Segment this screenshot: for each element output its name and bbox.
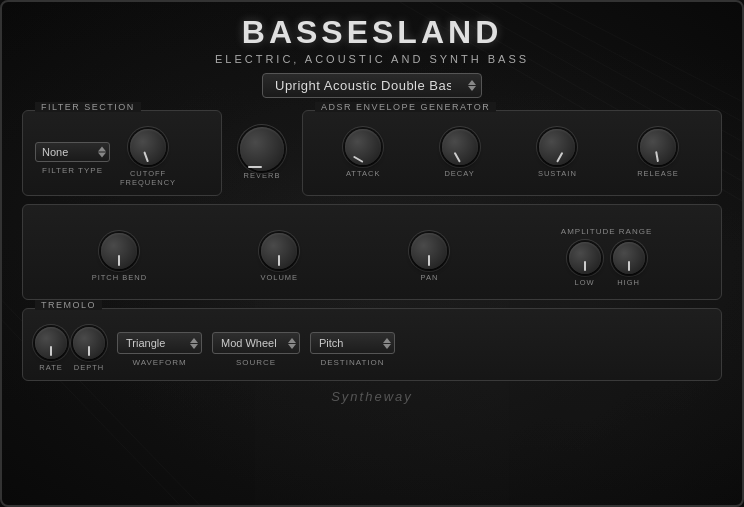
release-knob[interactable] [640, 129, 676, 165]
volume-knob[interactable] [261, 233, 297, 269]
app-title: BASSESLAND [22, 14, 722, 51]
instrument-select-wrapper: Upright Acoustic Double Bass [262, 73, 482, 98]
sustain-knob[interactable] [539, 129, 575, 165]
tremolo-section-panel: Tremolo Rate Depth [22, 308, 722, 381]
filter-type-arrows [98, 146, 106, 157]
rate-knob-wrapper: Rate [35, 327, 67, 372]
tremolo-inner: Rate Depth Triangle [35, 327, 709, 372]
amplitude-knobs: Low High [569, 242, 645, 287]
destination-label: Destination [320, 358, 384, 367]
release-knob-wrapper: Release [637, 129, 679, 178]
pitch-bend-knob-wrapper: Pitch Bend [92, 233, 147, 282]
amplitude-low-knob-wrapper: Low [569, 242, 601, 287]
cutoff-knob[interactable] [130, 129, 166, 165]
app-header: BASSESLAND Electric, Acoustic and Synth … [22, 14, 722, 65]
amplitude-low-knob[interactable] [569, 242, 601, 274]
amplitude-high-knob[interactable] [613, 242, 645, 274]
decay-label: Decay [444, 169, 474, 178]
filter-section-label: Filter Section [35, 102, 141, 112]
sections-row: Filter Section None Filter Type [22, 110, 722, 196]
waveform-dropdown-wrapper: Triangle [117, 332, 202, 354]
source-arrows [288, 338, 296, 349]
destination-dropdown-wrapper: Pitch [310, 332, 395, 354]
reverb-area: Reverb [232, 110, 292, 196]
destination-arrow-down[interactable] [383, 344, 391, 349]
footer-brand: Syntheway [22, 389, 722, 404]
filter-arrow-down[interactable] [98, 152, 106, 157]
filter-select-box: None [35, 142, 110, 162]
waveform-arrow-down[interactable] [190, 344, 198, 349]
waveform-group: Triangle Waveform [117, 332, 202, 367]
amplitude-range-label: Amplitude Range [561, 227, 652, 236]
plugin-container: BASSESLAND Electric, Acoustic and Synth … [0, 0, 744, 507]
instrument-arrow-up[interactable] [468, 80, 476, 85]
instrument-select[interactable]: Upright Acoustic Double Bass [262, 73, 482, 98]
instrument-arrows [468, 80, 476, 91]
waveform-arrows [190, 338, 198, 349]
filter-section-panel: Filter Section None Filter Type [22, 110, 222, 196]
filter-arrow-up[interactable] [98, 146, 106, 151]
middle-panel: Pitch Bend Volume Pan Amplitude Range [22, 204, 722, 300]
pitch-bend-label: Pitch Bend [92, 273, 147, 282]
source-arrow-up[interactable] [288, 338, 296, 343]
source-label: Source [236, 358, 276, 367]
attack-label: Attack [346, 169, 380, 178]
tremolo-knobs: Rate Depth [35, 327, 105, 372]
amplitude-high-knob-wrapper: High [613, 242, 645, 287]
rate-label: Rate [39, 363, 62, 372]
destination-arrow-up[interactable] [383, 338, 391, 343]
footer: Syntheway [22, 389, 722, 404]
source-dropdown-wrapper: Mod Wheel [212, 332, 300, 354]
volume-label: Volume [260, 273, 298, 282]
middle-inner: Pitch Bend Volume Pan Amplitude Range [35, 223, 709, 291]
depth-label: Depth [74, 363, 104, 372]
waveform-label: Waveform [132, 358, 186, 367]
pan-knob-wrapper: Pan [411, 233, 447, 282]
filter-type-wrapper: None Filter Type [35, 142, 110, 175]
depth-knob-wrapper: Depth [73, 327, 105, 372]
instrument-arrow-down[interactable] [468, 86, 476, 91]
sustain-knob-wrapper: Sustain [538, 129, 577, 178]
rate-knob[interactable] [35, 327, 67, 359]
reverb-label: Reverb [244, 171, 281, 180]
amplitude-range-group: Amplitude Range Low High [561, 227, 652, 287]
attack-knob[interactable] [345, 129, 381, 165]
cutoff-label: CutoffFrequency [120, 169, 176, 187]
decay-knob-wrapper: Decay [442, 129, 478, 178]
source-group: Mod Wheel Source [212, 332, 300, 367]
volume-knob-wrapper: Volume [260, 233, 298, 282]
adsr-section-label: ADSR Envelope Generator [315, 102, 496, 112]
cutoff-knob-wrapper: CutoffFrequency [120, 129, 176, 187]
destination-arrows [383, 338, 391, 349]
amplitude-low-label: Low [575, 278, 595, 287]
release-label: Release [637, 169, 679, 178]
filter-type-label: Filter Type [42, 166, 103, 175]
app-subtitle: Electric, Acoustic and Synth Bass [22, 53, 722, 65]
sustain-label: Sustain [538, 169, 577, 178]
filter-inner: None Filter Type CutoffFrequency [35, 129, 209, 187]
instrument-selector: Upright Acoustic Double Bass [22, 73, 722, 98]
adsr-section-panel: ADSR Envelope Generator Attack Decay Sus… [302, 110, 722, 196]
middle-row: Pitch Bend Volume Pan Amplitude Range [22, 204, 722, 300]
tremolo-dropdowns: Triangle Waveform Mod Wheel [117, 332, 709, 367]
pitch-bend-knob[interactable] [101, 233, 137, 269]
destination-group: Pitch Destination [310, 332, 395, 367]
source-select[interactable]: Mod Wheel [212, 332, 300, 354]
tremolo-label: Tremolo [35, 300, 102, 310]
source-arrow-down[interactable] [288, 344, 296, 349]
attack-knob-wrapper: Attack [345, 129, 381, 178]
reverb-knob[interactable] [240, 127, 284, 171]
pan-knob[interactable] [411, 233, 447, 269]
decay-knob[interactable] [442, 129, 478, 165]
depth-knob[interactable] [73, 327, 105, 359]
waveform-arrow-up[interactable] [190, 338, 198, 343]
amplitude-high-label: High [617, 278, 640, 287]
adsr-knobs: Attack Decay Sustain Release [315, 129, 709, 178]
pan-label: Pan [421, 273, 439, 282]
